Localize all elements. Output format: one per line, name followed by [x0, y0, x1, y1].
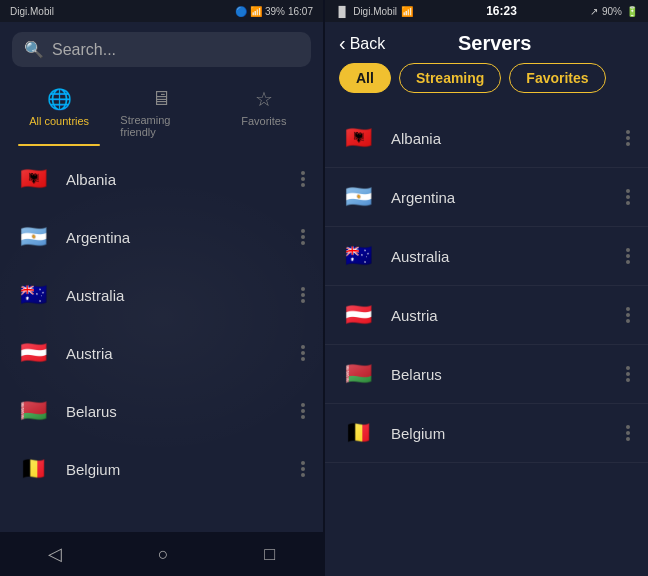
more-menu-icon[interactable] [297, 167, 309, 191]
status-bar-right: ▐▌ Digi.Mobil 📶 16:23 ↗ 90% 🔋 [325, 0, 648, 22]
more-menu-icon[interactable] [297, 457, 309, 481]
filter-tab-favorites[interactable]: Favorites [509, 63, 605, 93]
bluetooth-icon: 🔵 [235, 6, 247, 17]
list-item[interactable]: 🇦🇹 Austria [0, 324, 323, 382]
server-australia-flag: 🇦🇺 [339, 237, 377, 275]
back-label: Back [350, 35, 386, 53]
page-title: Servers [395, 32, 594, 55]
filter-favorites-label: Favorites [526, 70, 588, 86]
carrier-signal-right: ▐▌ Digi.Mobil 📶 [335, 6, 413, 17]
more-server-icon[interactable] [622, 362, 634, 386]
left-tabs: 🌐 All countries 🖥 Streaming friendly ☆ F… [0, 75, 323, 146]
status-icons-left: 🔵 📶 39% 16:07 [235, 6, 313, 17]
wifi-icon: 📶 [401, 6, 413, 17]
tab-streaming-friendly[interactable]: 🖥 Streaming friendly [110, 81, 212, 146]
country-name: Australia [66, 287, 283, 304]
back-arrow-icon: ‹ [339, 32, 346, 55]
search-bar[interactable]: 🔍 [12, 32, 311, 67]
albania-flag: 🇦🇱 [14, 160, 52, 198]
battery-right-container: ↗ 90% 🔋 [590, 6, 638, 17]
filter-tabs: All Streaming Favorites [325, 63, 648, 105]
list-item[interactable]: 🇦🇱 Albania [0, 150, 323, 208]
country-name: Albania [66, 171, 283, 188]
belgium-flag: 🇧🇪 [14, 450, 52, 488]
status-bar-left: Digi.Mobil 🔵 📶 39% 16:07 [0, 0, 323, 22]
server-albania-flag: 🇦🇱 [339, 119, 377, 157]
filter-streaming-label: Streaming [416, 70, 484, 86]
filter-all-label: All [356, 70, 374, 86]
battery-left: 39% [265, 6, 285, 17]
right-header: ‹ Back Servers [325, 22, 648, 63]
recents-nav-button[interactable]: □ [244, 536, 295, 573]
more-server-icon[interactable] [622, 244, 634, 268]
battery-icon: 🔋 [626, 6, 638, 17]
list-item[interactable]: 🇦🇺 Australia [325, 227, 648, 286]
country-list: 🇦🇱 Albania 🇦🇷 Argentina 🇦🇺 Australia 🇦🇹 … [0, 146, 323, 532]
server-argentina-flag: 🇦🇷 [339, 178, 377, 216]
tab-favorites[interactable]: ☆ Favorites [213, 81, 315, 146]
home-nav-button[interactable]: ○ [138, 536, 189, 573]
more-menu-icon[interactable] [297, 225, 309, 249]
more-server-icon[interactable] [622, 126, 634, 150]
more-server-icon[interactable] [622, 185, 634, 209]
server-name: Belarus [391, 366, 608, 383]
left-panel: Digi.Mobil 🔵 📶 39% 16:07 🔍 🌐 All countri… [0, 0, 323, 576]
argentina-flag: 🇦🇷 [14, 218, 52, 256]
more-menu-icon[interactable] [297, 399, 309, 423]
back-button[interactable]: ‹ Back [339, 32, 385, 55]
list-item[interactable]: 🇧🇾 Belarus [325, 345, 648, 404]
server-belarus-flag: 🇧🇾 [339, 355, 377, 393]
server-belgium-flag: 🇧🇪 [339, 414, 377, 452]
list-item[interactable]: 🇦🇱 Albania [325, 109, 648, 168]
time-right: 16:23 [486, 4, 517, 18]
country-name: Belgium [66, 461, 283, 478]
bottom-nav: ◁ ○ □ [0, 532, 323, 576]
more-menu-icon[interactable] [297, 341, 309, 365]
signal-icon: 📶 [250, 6, 262, 17]
tab-all-countries[interactable]: 🌐 All countries [8, 81, 110, 146]
filter-tab-all[interactable]: All [339, 63, 391, 93]
time-left: 16:07 [288, 6, 313, 17]
list-item[interactable]: 🇧🇾 Belarus [0, 382, 323, 440]
more-server-icon[interactable] [622, 303, 634, 327]
server-austria-flag: 🇦🇹 [339, 296, 377, 334]
server-name: Argentina [391, 189, 608, 206]
search-icon: 🔍 [24, 40, 44, 59]
server-name: Austria [391, 307, 608, 324]
list-item[interactable]: 🇧🇪 Belgium [0, 440, 323, 498]
carrier-right: Digi.Mobil [353, 6, 397, 17]
belarus-flag: 🇧🇾 [14, 392, 52, 430]
filter-tab-streaming[interactable]: Streaming [399, 63, 501, 93]
star-icon: ☆ [255, 87, 273, 111]
australia-flag: 🇦🇺 [14, 276, 52, 314]
list-item[interactable]: 🇦🇹 Austria [325, 286, 648, 345]
austria-flag: 🇦🇹 [14, 334, 52, 372]
list-item[interactable]: 🇧🇪 Belgium [325, 404, 648, 463]
location-icon: ↗ [590, 6, 598, 17]
country-name: Austria [66, 345, 283, 362]
server-name: Belgium [391, 425, 608, 442]
tab-all-countries-label: All countries [29, 115, 89, 127]
globe-icon: 🌐 [47, 87, 72, 111]
country-name: Argentina [66, 229, 283, 246]
list-item[interactable]: 🇦🇺 Australia [0, 266, 323, 324]
list-item[interactable]: 🇦🇷 Argentina [0, 208, 323, 266]
carrier-left: Digi.Mobil [10, 6, 54, 17]
list-item[interactable]: 🇦🇷 Argentina [325, 168, 648, 227]
server-list: 🇦🇱 Albania 🇦🇷 Argentina 🇦🇺 Australia 🇦🇹 … [325, 105, 648, 576]
signal-bars-right: ▐▌ [335, 6, 349, 17]
tab-favorites-label: Favorites [241, 115, 286, 127]
battery-right: 90% [602, 6, 622, 17]
country-name: Belarus [66, 403, 283, 420]
more-server-icon[interactable] [622, 421, 634, 445]
server-name: Albania [391, 130, 608, 147]
back-nav-button[interactable]: ◁ [28, 535, 82, 573]
right-panel: ▐▌ Digi.Mobil 📶 16:23 ↗ 90% 🔋 ‹ Back Ser… [325, 0, 648, 576]
search-input[interactable] [52, 41, 299, 59]
tab-streaming-label: Streaming friendly [120, 114, 202, 138]
server-name: Australia [391, 248, 608, 265]
monitor-icon: 🖥 [151, 87, 171, 110]
more-menu-icon[interactable] [297, 283, 309, 307]
